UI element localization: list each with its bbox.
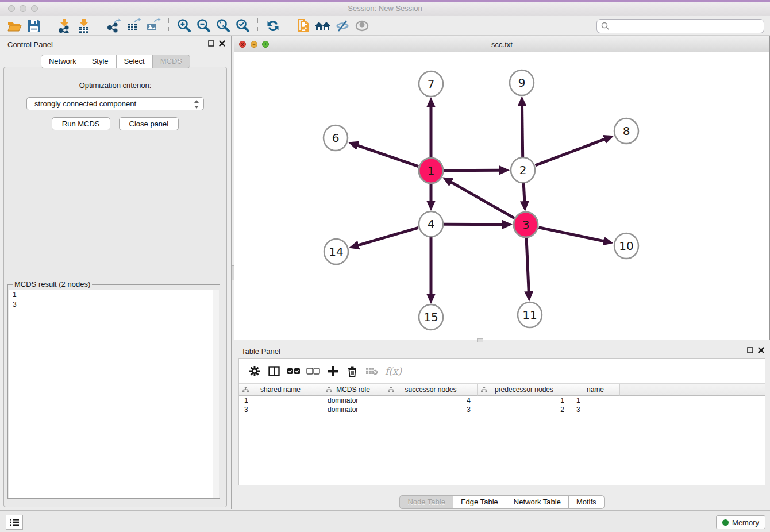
open-session-icon[interactable] xyxy=(5,18,24,34)
graph-edge-3-11[interactable] xyxy=(526,238,529,293)
table-row[interactable]: 3dominator323 xyxy=(239,405,765,414)
graph-node-9[interactable]: 9 xyxy=(510,70,534,95)
apply-layout-icon[interactable] xyxy=(263,18,283,34)
import-network-icon[interactable] xyxy=(55,18,74,34)
graph-edge-3-10[interactable] xyxy=(539,228,605,241)
graph-node-15[interactable]: 15 xyxy=(419,304,443,330)
table-panel-header: Table Panel xyxy=(234,342,770,360)
hide-selected-icon[interactable] xyxy=(333,18,352,34)
first-neighbors-icon[interactable] xyxy=(313,18,333,34)
zoom-in-icon[interactable] xyxy=(174,18,194,34)
function-builder-icon[interactable]: f(x) xyxy=(383,365,404,377)
float-panel-icon[interactable] xyxy=(208,40,214,47)
delete-column-icon[interactable] xyxy=(344,363,361,379)
network-window-title: scc.txt xyxy=(234,40,769,49)
graph-edge-2-3[interactable] xyxy=(523,183,525,203)
graph-node-10[interactable]: 10 xyxy=(614,233,638,259)
zoom-selected-icon[interactable] xyxy=(233,18,252,34)
tab-select[interactable]: Select xyxy=(116,55,153,68)
close-panel-icon[interactable] xyxy=(758,347,764,353)
mcds-result-list[interactable]: 13 xyxy=(9,290,219,498)
graph-edge-4-3[interactable] xyxy=(444,224,504,225)
import-table-icon[interactable] xyxy=(74,18,94,34)
graph-node-3[interactable]: 3 xyxy=(514,212,538,237)
table-row[interactable]: 1dominator411 xyxy=(239,396,765,405)
table-cell[interactable]: dominator xyxy=(322,396,384,405)
tab-style[interactable]: Style xyxy=(84,55,117,68)
app-titlebar: Session: New Session xyxy=(0,0,770,16)
run-mcds-button[interactable]: Run MCDS xyxy=(52,117,110,130)
network-canvas[interactable]: 7968124314101511 xyxy=(234,52,769,340)
graph-edge-4-14[interactable] xyxy=(357,228,418,245)
column-header-name[interactable]: name xyxy=(571,384,620,396)
graph-node-6[interactable]: 6 xyxy=(324,125,348,151)
column-header-MCDS-role[interactable]: MCDS role xyxy=(322,384,384,396)
deselect-all-icon[interactable] xyxy=(305,363,322,379)
show-all-icon[interactable] xyxy=(352,18,372,34)
graph-node-8[interactable]: 8 xyxy=(614,118,638,144)
delete-table-icon[interactable] xyxy=(363,363,380,379)
graph-edge-3-1[interactable] xyxy=(450,182,514,218)
clone-network-icon[interactable] xyxy=(294,18,313,34)
mcds-result-item[interactable]: 3 xyxy=(9,299,219,309)
scrollbar-track[interactable] xyxy=(213,290,219,498)
table-cell[interactable]: dominator xyxy=(322,405,384,414)
graph-edge-1-2[interactable] xyxy=(444,170,501,171)
graph-node-4[interactable]: 4 xyxy=(419,211,443,237)
optimization-criterion-dropdown[interactable]: strongly connected component xyxy=(26,97,204,110)
graph-node-1[interactable]: 1 xyxy=(419,158,443,183)
export-network-icon[interactable] xyxy=(105,18,124,34)
close-panel-button[interactable]: Close panel xyxy=(119,117,179,130)
table-cell[interactable]: 3 xyxy=(384,405,478,414)
toolbar-separator xyxy=(288,18,288,33)
graph-edge-1-6[interactable] xyxy=(356,145,418,166)
table-tab-edge-table[interactable]: Edge Table xyxy=(453,495,506,509)
table-cell[interactable]: 3 xyxy=(239,405,322,414)
show-columns-icon[interactable] xyxy=(265,363,283,379)
add-column-icon[interactable] xyxy=(324,363,341,379)
task-history-button[interactable] xyxy=(6,515,23,530)
network-window-titlebar[interactable]: x − + scc.txt xyxy=(234,36,769,52)
graph-node-2[interactable]: 2 xyxy=(511,157,535,183)
table-tab-network-table[interactable]: Network Table xyxy=(506,495,569,509)
tab-mcds[interactable]: MCDS xyxy=(152,55,190,68)
svg-text:7: 7 xyxy=(428,77,435,91)
graph-node-14[interactable]: 14 xyxy=(324,239,348,264)
graph-node-7[interactable]: 7 xyxy=(419,71,443,97)
table-cell[interactable]: 1 xyxy=(478,396,571,405)
table-body: 1dominator4113dominator323 xyxy=(239,396,765,414)
table-panel-title: Table Panel xyxy=(241,347,280,356)
float-panel-icon[interactable] xyxy=(747,347,753,353)
search-field[interactable] xyxy=(596,19,764,33)
table-cell[interactable]: 3 xyxy=(571,405,620,414)
svg-text:9: 9 xyxy=(518,76,526,90)
mcds-result-item[interactable]: 1 xyxy=(9,290,219,299)
select-all-icon[interactable] xyxy=(285,363,302,379)
export-table-icon[interactable] xyxy=(124,18,144,34)
svg-text:14: 14 xyxy=(329,245,343,259)
zoom-fit-icon[interactable] xyxy=(213,18,233,34)
table-cell[interactable]: 1 xyxy=(239,396,322,405)
column-header-predecessor-nodes[interactable]: predecessor nodes xyxy=(478,384,571,396)
table-toolbar: f(x) xyxy=(239,359,765,383)
graph-node-11[interactable]: 11 xyxy=(518,302,542,327)
memory-button[interactable]: Memory xyxy=(716,515,765,529)
export-image-icon[interactable] xyxy=(144,18,163,34)
table-cell[interactable]: 4 xyxy=(384,396,478,405)
column-header-successor-nodes[interactable]: successor nodes xyxy=(384,384,478,396)
control-panel: Control Panel NetworkStyleSelectMCDS Opt… xyxy=(0,36,231,509)
svg-text:1: 1 xyxy=(428,164,435,178)
table-cell[interactable]: 2 xyxy=(478,405,571,414)
graph-edge-2-9[interactable] xyxy=(522,105,523,157)
table-tab-node-table[interactable]: Node Table xyxy=(399,495,453,509)
column-header-shared-name[interactable]: shared name xyxy=(239,384,322,396)
table-settings-icon[interactable] xyxy=(246,363,263,379)
close-panel-icon[interactable] xyxy=(219,40,225,47)
search-input[interactable] xyxy=(613,21,764,32)
save-session-icon[interactable] xyxy=(24,18,44,34)
table-tab-motifs[interactable]: Motifs xyxy=(568,495,605,509)
graph-edge-2-8[interactable] xyxy=(536,138,606,165)
table-cell[interactable]: 1 xyxy=(571,396,620,405)
tab-network[interactable]: Network xyxy=(41,55,84,68)
zoom-out-icon[interactable] xyxy=(194,18,213,34)
